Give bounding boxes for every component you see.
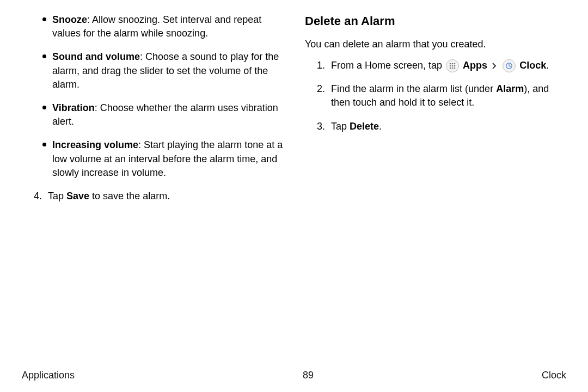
svg-point-2 bbox=[454, 63, 456, 65]
list-item: Sound and volume: Choose a sound to play… bbox=[52, 50, 283, 91]
step-text-pre: Find the alarm in the alarm list (under bbox=[331, 83, 496, 94]
svg-point-0 bbox=[450, 63, 451, 65]
step-number: 1. bbox=[317, 59, 325, 72]
step-text-pre: From a Home screen, tap bbox=[331, 60, 445, 71]
step-number: 2. bbox=[317, 82, 325, 96]
list-item: Increasing volume: Start playing the ala… bbox=[52, 138, 283, 180]
step-number: 4. bbox=[34, 189, 42, 203]
svg-point-8 bbox=[454, 68, 456, 69]
option-term: Snooze bbox=[52, 14, 87, 25]
step-bold: Save bbox=[66, 191, 89, 201]
section-intro: You can delete an alarm that you created… bbox=[305, 38, 566, 51]
step-bold: Delete bbox=[350, 121, 379, 132]
two-column-layout: Snooze: Allow snoozing. Set interval and… bbox=[22, 13, 566, 213]
svg-point-7 bbox=[452, 68, 454, 69]
section-heading: Delete an Alarm bbox=[305, 13, 566, 30]
svg-point-5 bbox=[454, 65, 456, 67]
left-column: Snooze: Allow snoozing. Set interval and… bbox=[22, 13, 283, 213]
step-item: 3. Tap Delete. bbox=[317, 120, 566, 133]
step-number: 3. bbox=[317, 120, 325, 133]
list-item: Snooze: Allow snoozing. Set interval and… bbox=[52, 13, 283, 40]
option-term: Increasing volume bbox=[52, 139, 138, 150]
apps-label: Apps bbox=[463, 60, 487, 71]
option-term: Sound and volume bbox=[52, 51, 140, 62]
step-text-pre: Tap bbox=[331, 121, 350, 132]
step-text-pre: Tap bbox=[48, 191, 66, 201]
delete-alarm-steps: 1. From a Home screen, tap Apps bbox=[305, 59, 566, 133]
option-term: Vibration bbox=[52, 102, 95, 113]
page-footer: Applications 89 Clock bbox=[22, 369, 566, 382]
svg-point-6 bbox=[450, 68, 451, 69]
step-text-post: . bbox=[379, 121, 382, 132]
footer-right: Clock bbox=[542, 369, 566, 382]
step-item: 1. From a Home screen, tap Apps bbox=[317, 59, 566, 72]
footer-page-number: 89 bbox=[303, 369, 314, 382]
step-text-post: to save the alarm. bbox=[89, 191, 170, 201]
clock-icon bbox=[503, 59, 516, 72]
apps-icon bbox=[446, 59, 459, 72]
clock-label: Clock bbox=[519, 60, 546, 71]
svg-point-1 bbox=[452, 63, 454, 65]
alarm-options-list: Snooze: Allow snoozing. Set interval and… bbox=[22, 13, 283, 180]
footer-left: Applications bbox=[22, 369, 75, 382]
left-steps: 4. Tap Save to save the alarm. bbox=[22, 189, 283, 203]
svg-point-3 bbox=[450, 65, 451, 67]
step-item: 4. Tap Save to save the alarm. bbox=[34, 189, 283, 203]
right-column: Delete an Alarm You can delete an alarm … bbox=[305, 13, 566, 213]
list-item: Vibration: Choose whether the alarm uses… bbox=[52, 101, 283, 128]
document-page: Snooze: Allow snoozing. Set interval and… bbox=[0, 0, 588, 392]
step-text-post: . bbox=[546, 60, 549, 71]
chevron-right-icon bbox=[492, 63, 497, 69]
step-bold: Alarm bbox=[496, 83, 524, 94]
step-item: 2. Find the alarm in the alarm list (und… bbox=[317, 82, 566, 109]
svg-point-4 bbox=[452, 65, 454, 67]
